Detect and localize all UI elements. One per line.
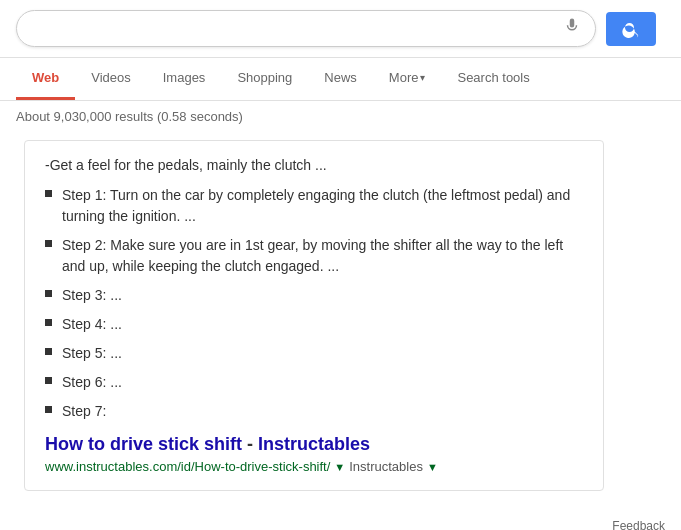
snippet-url-label: Instructables xyxy=(349,459,423,474)
search-input[interactable]: how to drive stick shift xyxy=(31,20,555,38)
list-item: Step 2: Make sure you are in 1st gear, b… xyxy=(45,235,583,277)
list-item: Step 6: ... xyxy=(45,372,583,393)
tab-news[interactable]: News xyxy=(308,58,373,100)
list-item: Step 4: ... xyxy=(45,314,583,335)
bullet-icon xyxy=(45,319,52,326)
snippet-dash: - xyxy=(242,434,258,454)
snippet-title-link[interactable]: How to drive stick shift xyxy=(45,434,242,454)
tab-videos[interactable]: Videos xyxy=(75,58,147,100)
search-bar: how to drive stick shift xyxy=(16,10,596,47)
snippet-title-row: How to drive stick shift - Instructables xyxy=(45,434,583,455)
snippet-url-row: www.instructables.com/id/How-to-drive-st… xyxy=(45,459,583,474)
feedback-row: Feedback xyxy=(0,515,681,530)
list-item: Step 5: ... xyxy=(45,343,583,364)
search-button[interactable] xyxy=(606,12,656,46)
results-count: About 9,030,000 results (0.58 seconds) xyxy=(0,101,681,132)
feedback-label[interactable]: Feedback xyxy=(612,519,665,530)
tab-search-tools[interactable]: Search tools xyxy=(441,58,545,100)
tab-shopping[interactable]: Shopping xyxy=(221,58,308,100)
search-header: how to drive stick shift xyxy=(0,0,681,58)
microphone-icon[interactable] xyxy=(563,17,581,40)
label-dropdown-arrow[interactable]: ▼ xyxy=(427,461,438,473)
featured-snippet: -Get a feel for the pedals, mainly the c… xyxy=(24,140,604,491)
snippet-intro: -Get a feel for the pedals, mainly the c… xyxy=(45,157,583,173)
tab-web[interactable]: Web xyxy=(16,58,75,100)
snippet-url: www.instructables.com/id/How-to-drive-st… xyxy=(45,459,330,474)
bullet-icon xyxy=(45,348,52,355)
url-dropdown-arrow[interactable]: ▼ xyxy=(334,461,345,473)
bullet-icon xyxy=(45,240,52,247)
snippet-list: Step 1: Turn on the car by completely en… xyxy=(45,185,583,422)
tab-images[interactable]: Images xyxy=(147,58,222,100)
list-item: Step 1: Turn on the car by completely en… xyxy=(45,185,583,227)
bullet-icon xyxy=(45,190,52,197)
bullet-icon xyxy=(45,377,52,384)
list-item: Step 7: xyxy=(45,401,583,422)
bullet-icon xyxy=(45,290,52,297)
snippet-source: Instructables xyxy=(258,434,370,454)
tab-more[interactable]: More ▾ xyxy=(373,58,442,100)
nav-tabs: Web Videos Images Shopping News More ▾ S… xyxy=(0,58,681,101)
main-content: -Get a feel for the pedals, mainly the c… xyxy=(0,132,681,515)
list-item: Step 3: ... xyxy=(45,285,583,306)
bullet-icon xyxy=(45,406,52,413)
search-icon xyxy=(622,20,640,38)
chevron-down-icon: ▾ xyxy=(420,72,425,83)
